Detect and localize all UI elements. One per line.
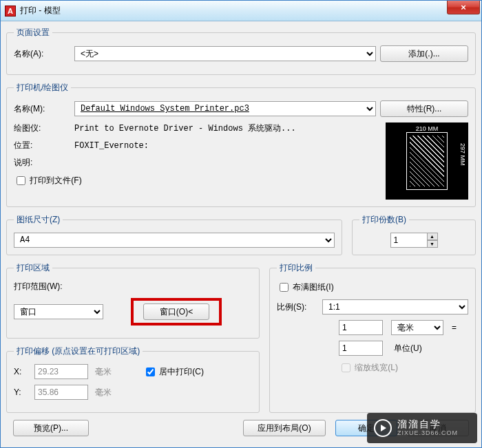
copies-down[interactable]: ▼ — [427, 240, 438, 248]
copies-spinner[interactable]: ▲ ▼ — [427, 233, 438, 248]
plotter-label: 绘图仪: — [14, 122, 70, 134]
lineweights-checkbox — [342, 363, 350, 372]
scale-top-input[interactable] — [339, 320, 383, 335]
preview-button[interactable]: 预览(P)... — [13, 420, 89, 436]
close-icon: × — [461, 2, 466, 12]
paper-icon — [406, 132, 448, 190]
offset-y-label: Y: — [14, 387, 30, 397]
play-icon — [374, 419, 392, 437]
plot-range-select[interactable]: 窗口 — [14, 304, 103, 319]
scale-top-unit-select[interactable]: 毫米 — [391, 320, 443, 335]
print-to-file-checkbox-label[interactable]: 打印到文件(F) — [14, 174, 82, 187]
add-page-setup-button[interactable]: 添加(.)... — [380, 45, 468, 62]
offset-y-input — [34, 385, 88, 400]
window-button-highlight: 窗口(O)< — [131, 298, 222, 326]
offset-y-unit: 毫米 — [95, 387, 123, 398]
plot-area-group: 打印区域 打印范围(W): 窗口 窗口(O)< — [6, 262, 260, 339]
app-icon: A — [5, 6, 16, 17]
paper-size-legend: 图纸尺寸(Z) — [14, 214, 63, 226]
window-title: 打印 - 模型 — [20, 5, 61, 17]
copies-input[interactable] — [390, 233, 428, 248]
printer-legend: 打印机/绘图仪 — [14, 82, 71, 94]
plotter-value: Print to Evernote Driver - Windows 系统驱动.… — [74, 122, 296, 134]
paper-height-label: 297 MM — [459, 143, 466, 166]
fit-checkbox[interactable] — [280, 283, 289, 292]
equals-sign: = — [452, 323, 457, 332]
location-value: FOXIT_Evernote: — [74, 141, 149, 151]
close-button[interactable]: × — [447, 1, 480, 14]
printer-props-button[interactable]: 特性(R)... — [380, 100, 468, 117]
offset-group: 打印偏移 (原点设置在可打印区域) X: 毫米 居中打印(C) Y: 毫米 — [6, 345, 260, 413]
plot-area-legend: 打印区域 — [14, 262, 52, 274]
paper-size-group: 图纸尺寸(Z) A4 — [6, 214, 342, 255]
scale-label: 比例(S): — [277, 301, 318, 313]
printer-group: 打印机/绘图仪 名称(M): Default Windows System Pr… — [6, 82, 476, 207]
watermark: 溜溜自学 ZIXUE.3D66.COM — [367, 413, 477, 443]
offset-x-unit: 毫米 — [95, 366, 123, 378]
lineweights-checkbox-label[interactable]: 缩放线宽(L) — [339, 361, 398, 374]
printer-name-select[interactable]: Default Windows System Printer.pc3 — [74, 101, 376, 116]
copies-up[interactable]: ▲ — [427, 233, 438, 240]
paper-preview: 210 MM 297 MM — [386, 122, 468, 200]
apply-layout-button[interactable]: 应用到布局(O) — [243, 420, 326, 436]
print-to-file-checkbox[interactable] — [17, 176, 25, 185]
copies-legend: 打印份数(B) — [359, 214, 409, 226]
center-checkbox-label[interactable]: 居中打印(C) — [143, 365, 204, 378]
desc-label: 说明: — [14, 157, 70, 169]
page-setup-group: 页面设置 名称(A): <无> 添加(.)... — [6, 27, 476, 75]
plot-range-label: 打印范围(W): — [14, 281, 63, 292]
center-checkbox[interactable] — [146, 367, 155, 376]
paper-width-label: 210 MM — [386, 125, 468, 132]
page-setup-legend: 页面设置 — [14, 27, 52, 39]
page-setup-name-select[interactable]: <无> — [74, 46, 376, 61]
copies-group: 打印份数(B) ▲ ▼ — [352, 214, 476, 255]
offset-x-input — [34, 364, 88, 379]
fit-checkbox-label[interactable]: 布满图纸(I) — [277, 281, 334, 294]
location-label: 位置: — [14, 140, 70, 151]
scale-bottom-unit-label: 单位(U) — [394, 343, 422, 354]
scale-bottom-input[interactable] — [339, 341, 383, 356]
titlebar: A 打印 - 模型 × — [1, 1, 481, 21]
printer-name-label: 名称(M): — [14, 103, 70, 115]
scale-select[interactable]: 1:1 — [322, 299, 468, 314]
offset-legend: 打印偏移 (原点设置在可打印区域) — [14, 345, 143, 357]
paper-size-select[interactable]: A4 — [14, 233, 335, 248]
scale-legend: 打印比例 — [277, 262, 315, 274]
window-button[interactable]: 窗口(O)< — [143, 303, 209, 320]
scale-group: 打印比例 布满图纸(I) 比例(S): 1:1 毫米 — [269, 262, 476, 413]
watermark-brand: 溜溜自学 — [397, 419, 458, 429]
page-setup-name-label: 名称(A): — [14, 48, 70, 60]
offset-x-label: X: — [14, 367, 30, 376]
watermark-domain: ZIXUE.3D66.COM — [397, 430, 458, 437]
